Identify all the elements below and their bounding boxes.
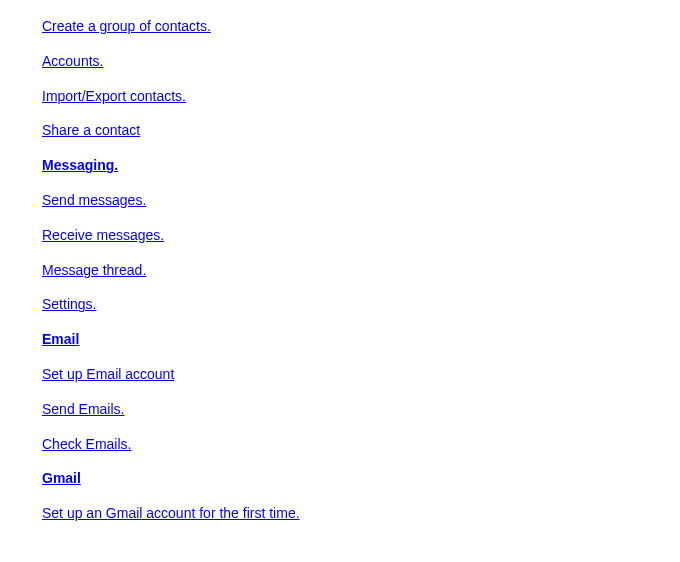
toc-link-setup-gmail-first-time[interactable]: Set up an Gmail account for the first ti… [42, 505, 300, 521]
toc-link-settings[interactable]: Settings. [42, 296, 96, 312]
toc-link-setup-email-account[interactable]: Set up Email account [42, 366, 174, 382]
toc-link-receive-messages[interactable]: Receive messages. [42, 227, 164, 243]
toc-link-message-thread[interactable]: Message thread. [42, 262, 146, 278]
toc-link-create-group-contacts[interactable]: Create a group of contacts. [42, 18, 211, 34]
toc-link-share-contact[interactable]: Share a contact [42, 122, 140, 138]
toc-section-email[interactable]: Email [42, 331, 79, 347]
toc-section-messaging[interactable]: Messaging. [42, 157, 118, 173]
toc-link-accounts[interactable]: Accounts. [42, 53, 103, 69]
toc-section-gmail[interactable]: Gmail [42, 470, 81, 486]
toc-link-send-messages[interactable]: Send messages. [42, 192, 146, 208]
toc-link-import-export-contacts[interactable]: Import/Export contacts. [42, 88, 186, 104]
toc-link-check-emails[interactable]: Check Emails. [42, 436, 131, 452]
toc-link-send-emails[interactable]: Send Emails. [42, 401, 124, 417]
